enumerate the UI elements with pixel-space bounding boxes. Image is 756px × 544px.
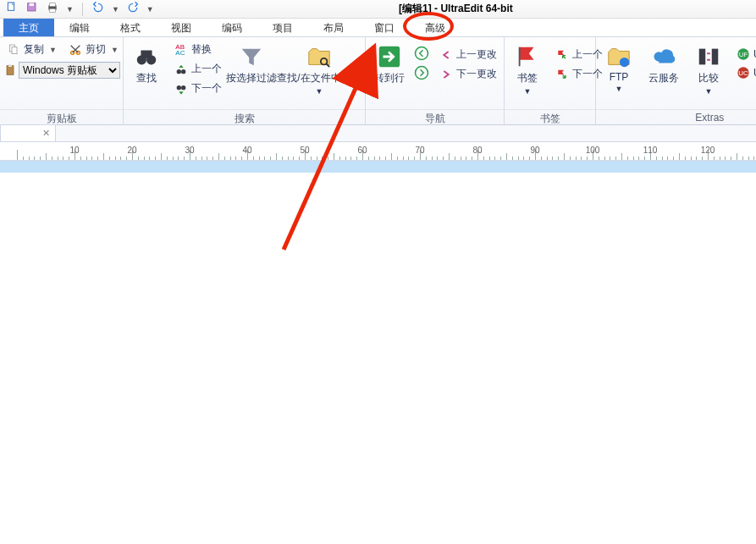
ruler: 102030405060708090100110120 — [0, 142, 756, 161]
filter-selection-button[interactable]: 按选择过滤 — [230, 41, 272, 89]
binoculars-down-icon — [174, 82, 188, 96]
goto-line-button[interactable]: 转到行 — [369, 41, 409, 89]
bookmark-down-icon — [555, 68, 569, 81]
bookmark-button[interactable]: 书签 ▼ — [508, 41, 547, 99]
binoculars-up-icon — [174, 63, 188, 76]
funnel-icon — [239, 44, 264, 69]
replace-button[interactable]: ABAC 替换 — [171, 41, 225, 58]
svg-text:AC: AC — [175, 49, 185, 57]
arrow-left-icon — [439, 48, 453, 62]
svg-rect-11 — [8, 64, 12, 67]
menu-layout[interactable]: 布局 — [308, 19, 359, 36]
find-button[interactable]: 查找 — [127, 41, 166, 89]
menu-home[interactable]: 主页 — [3, 19, 54, 36]
editor-area[interactable] — [0, 161, 756, 173]
menu-view[interactable]: 视图 — [156, 19, 207, 36]
menu-advanced[interactable]: 高级 — [410, 19, 461, 38]
copy-button[interactable]: 复制▼ — [3, 41, 60, 58]
group-title-extras: Extras — [596, 109, 756, 124]
quick-access-toolbar: ▼ ▼ ▼ [编辑1] - UltraEdit 64-bit — [0, 0, 756, 19]
new-file-icon[interactable] — [5, 1, 19, 17]
svg-point-23 — [416, 47, 428, 60]
group-title-bookmark: 书签 — [505, 109, 595, 124]
svg-point-19 — [177, 85, 181, 90]
svg-rect-2 — [30, 3, 34, 6]
close-tab-icon[interactable]: ✕ — [42, 128, 50, 139]
clipboard-select[interactable]: Windows 剪贴板 — [19, 62, 120, 79]
ribbon: 复制▼ 剪切▼ Windows 剪贴板 剪贴板 — [0, 37, 756, 125]
menu-bar: 主页 编辑 格式 视图 编码 项目 布局 窗口 高级 — [0, 19, 756, 37]
svg-rect-0 — [8, 3, 14, 10]
menu-encoding[interactable]: 编码 — [207, 19, 257, 36]
cut-button[interactable]: 剪切▼ — [65, 41, 122, 58]
compare-icon — [696, 44, 721, 69]
cloud-button[interactable]: 云服务 — [643, 41, 684, 89]
undo-icon[interactable] — [91, 1, 105, 17]
svg-rect-25 — [519, 47, 521, 67]
svg-rect-27 — [699, 49, 706, 65]
bookmark-up-icon — [555, 48, 569, 62]
menu-edit[interactable]: 编辑 — [54, 19, 105, 36]
redo-icon[interactable] — [126, 1, 140, 17]
window-title: [编辑1] - UltraEdit 64-bit — [161, 2, 751, 16]
nav-fwd-icon[interactable] — [414, 65, 429, 83]
document-tab[interactable]: ✕ — [0, 124, 56, 141]
copy-icon — [7, 43, 20, 57]
compare-button[interactable]: 比较 ▼ — [689, 41, 728, 99]
ultracompare-button[interactable]: UC UltraCompare — [733, 64, 756, 81]
ftp-button[interactable]: FTP ▼ — [599, 41, 638, 96]
find-next-button[interactable]: 下一个 — [171, 80, 225, 97]
prev-change-button[interactable]: 上一更改 — [436, 46, 500, 63]
group-title-nav: 导航 — [366, 109, 504, 124]
bookmark-flag-icon — [515, 44, 540, 69]
ftp-folder-icon — [606, 44, 632, 69]
menu-project[interactable]: 项目 — [257, 19, 308, 36]
print-dropdown-icon[interactable]: ▼ — [66, 5, 74, 14]
menu-format[interactable]: 格式 — [105, 19, 156, 36]
binoculars-icon — [134, 44, 159, 69]
replace-icon: ABAC — [174, 43, 188, 57]
svg-rect-28 — [712, 49, 719, 65]
svg-rect-14 — [141, 51, 152, 58]
svg-rect-4 — [50, 3, 56, 7]
uf-badge-icon: UF — [737, 47, 750, 61]
svg-point-18 — [181, 69, 185, 74]
find-in-files-button[interactable]: 查找/在文件中替换 ▼ — [277, 41, 361, 99]
save-icon[interactable] — [25, 1, 39, 17]
svg-text:UC: UC — [738, 69, 748, 77]
redo-dropdown-icon[interactable]: ▼ — [146, 5, 154, 14]
svg-rect-5 — [50, 8, 56, 12]
svg-rect-7 — [12, 47, 17, 53]
menu-window[interactable]: 窗口 — [359, 19, 410, 36]
uc-badge-icon: UC — [737, 66, 750, 80]
group-title-search: 搜索 — [124, 109, 365, 124]
goto-arrow-icon — [377, 44, 402, 69]
arrow-right-icon — [439, 68, 453, 81]
find-prev-button[interactable]: 上一个 — [171, 60, 225, 78]
svg-rect-10 — [7, 66, 14, 75]
svg-point-24 — [416, 67, 428, 80]
svg-point-17 — [177, 69, 181, 74]
document-tab-bar: ✕ — [0, 125, 756, 142]
next-change-button[interactable]: 下一更改 — [436, 65, 500, 83]
svg-point-20 — [181, 85, 185, 90]
undo-dropdown-icon[interactable]: ▼ — [112, 5, 119, 14]
folder-search-icon — [306, 44, 332, 69]
ultrafinder-button[interactable]: UF UltraFinder — [733, 46, 756, 63]
nav-back-icon[interactable] — [414, 46, 429, 63]
cloud-icon — [651, 44, 676, 69]
svg-text:UF: UF — [739, 51, 748, 58]
svg-point-26 — [620, 58, 629, 67]
clipboard-icon — [3, 63, 17, 77]
scissors-icon — [69, 43, 82, 57]
group-title-clipboard: 剪贴板 — [0, 109, 123, 124]
print-icon[interactable] — [46, 1, 59, 17]
